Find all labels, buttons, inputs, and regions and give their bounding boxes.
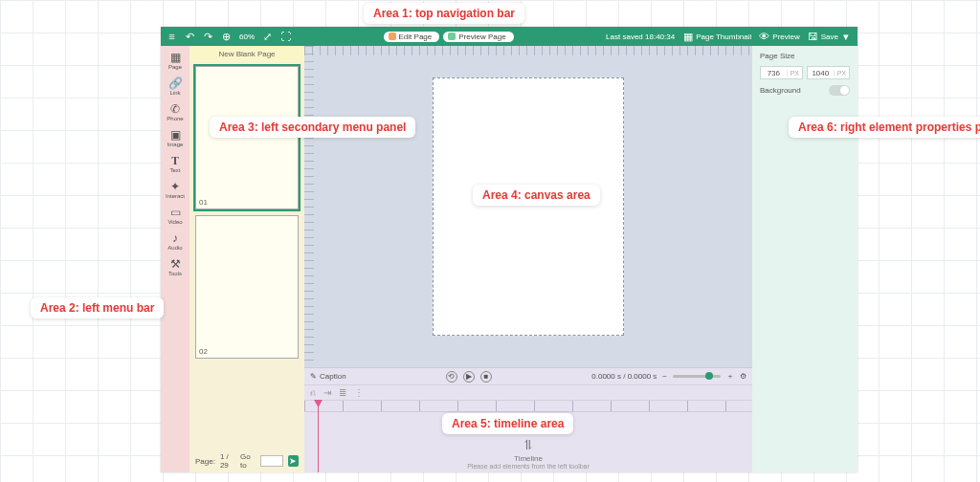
- left-menu-image[interactable]: ▣Image: [161, 127, 189, 149]
- preview-button[interactable]: 👁 Preview: [759, 32, 799, 42]
- left-menu-bar: ▦Page 🔗Link ✆Phone ▣Image 𝐓Text ✦Interac…: [161, 46, 189, 472]
- canvas-page[interactable]: [433, 77, 624, 336]
- left-menu-text[interactable]: 𝐓Text: [161, 153, 189, 175]
- zoom-reset-icon[interactable]: ⊕: [221, 32, 232, 42]
- timeline-empty-state: ⥮ Timeline Please add elements from the …: [467, 437, 590, 470]
- save-button[interactable]: 🖫 Save ▾: [808, 32, 852, 42]
- annotation-area-3: Area 3: left secondary menu panel: [210, 117, 415, 138]
- image-icon: ▣: [170, 129, 181, 141]
- annotation-area-4: Area 4: canvas area: [473, 185, 600, 206]
- page-thumbnail-02[interactable]: 02: [195, 215, 299, 359]
- left-menu-page[interactable]: ▦Page: [161, 50, 189, 72]
- timeline-playhead[interactable]: [318, 401, 319, 472]
- page-counter: 1 / 29: [220, 452, 235, 470]
- timeline-empty-icon: ⥮: [467, 437, 590, 452]
- annotation-area-6: Area 6: right element properties panel: [789, 117, 980, 138]
- fit-icon[interactable]: ⤢: [262, 32, 273, 42]
- timeline-ruler[interactable]: [304, 401, 752, 412]
- right-properties-panel: Page Size 736PX 1040PX Background: [752, 46, 858, 472]
- link-icon: 🔗: [168, 77, 183, 89]
- edit-page-tab[interactable]: Edit Page: [384, 32, 440, 42]
- page-height-field[interactable]: 1040PX: [807, 66, 850, 79]
- time-readout: 0.0000 s / 0.0000 s: [591, 372, 657, 381]
- last-saved-text: Last saved 18:40:34: [606, 33, 675, 41]
- canvas-area[interactable]: [304, 46, 752, 367]
- phone-icon: ✆: [170, 103, 180, 115]
- timeline-settings-icon[interactable]: ⚙: [740, 372, 746, 381]
- text-icon: 𝐓: [171, 155, 179, 166]
- play-button[interactable]: ▶: [463, 371, 475, 383]
- audio-icon: ♪: [172, 232, 178, 244]
- left-menu-link[interactable]: 🔗Link: [161, 76, 189, 98]
- timeline-zoom-slider[interactable]: [673, 375, 721, 378]
- rewind-button[interactable]: ⟲: [446, 371, 457, 383]
- zoom-in-icon[interactable]: ＋: [726, 371, 734, 382]
- redo-icon[interactable]: ↷: [203, 32, 213, 42]
- left-menu-interact[interactable]: ✦Interact: [161, 179, 189, 201]
- tools-icon: ⚒: [170, 258, 181, 270]
- top-nav-bar: ≡ ↶ ↷ ⊕ 60% ⤢ ⛶ Edit Page Preview Page L…: [161, 27, 858, 46]
- app-window: ≡ ↶ ↷ ⊕ 60% ⤢ ⛶ Edit Page Preview Page L…: [161, 27, 858, 472]
- zoom-level[interactable]: 60%: [239, 33, 255, 41]
- goto-label: Go to: [240, 452, 256, 470]
- preview-page-icon: [448, 33, 456, 40]
- edit-page-icon: [389, 33, 396, 40]
- annotation-area-1: Area 1: top navigation bar: [364, 3, 524, 24]
- page-thumbnail-01[interactable]: 01: [195, 66, 299, 209]
- fullscreen-icon[interactable]: ⛶: [280, 32, 291, 42]
- page-footer: Page: 1 / 29 Go to ➤: [189, 449, 304, 472]
- preview-page-tab[interactable]: Preview Page: [443, 32, 513, 42]
- page-label: Page:: [195, 457, 215, 466]
- chevron-down-icon: ▾: [841, 32, 852, 42]
- thumbnail-icon: ▦: [682, 32, 693, 42]
- background-toggle[interactable]: [829, 85, 850, 96]
- page-icon: ▦: [170, 52, 181, 63]
- goto-button[interactable]: ➤: [288, 455, 299, 467]
- interact-icon: ✦: [170, 181, 180, 192]
- zoom-out-icon[interactable]: −: [662, 372, 667, 381]
- tl-tool-1[interactable]: ⎌: [310, 387, 316, 398]
- background-label: Background: [760, 86, 801, 95]
- stop-button[interactable]: ■: [480, 371, 492, 383]
- preview-page-label: Preview Page: [458, 33, 505, 41]
- new-blank-page-header[interactable]: New Blank Page: [189, 46, 304, 62]
- annotation-area-2: Area 2: left menu bar: [31, 297, 164, 318]
- edit-page-label: Edit Page: [399, 33, 433, 41]
- caption-icon: ✎: [310, 372, 317, 381]
- left-secondary-panel: New Blank Page 01 02 Page: 1 / 29 Go to …: [189, 46, 304, 472]
- caption-toggle[interactable]: ✎ Caption: [310, 372, 346, 381]
- video-icon: ▭: [170, 207, 181, 218]
- timeline-track-area[interactable]: ⥮ Timeline Please add elements from the …: [304, 401, 752, 472]
- undo-icon[interactable]: ↶: [185, 32, 195, 42]
- left-menu-audio[interactable]: ♪Audio: [161, 230, 189, 252]
- tl-tool-3[interactable]: ≣: [339, 387, 346, 398]
- page-thumbnail-button[interactable]: ▦ Page Thumbnail: [682, 32, 751, 42]
- save-icon: 🖫: [808, 32, 818, 42]
- tl-tool-4[interactable]: ⋮: [354, 387, 364, 398]
- left-menu-video[interactable]: ▭Video: [161, 205, 189, 227]
- left-menu-tools[interactable]: ⚒Tools: [161, 256, 189, 278]
- page-size-label: Page Size: [760, 52, 850, 60]
- goto-input[interactable]: [260, 455, 283, 467]
- annotation-area-5: Area 5: timeline area: [442, 413, 573, 434]
- tl-tool-2[interactable]: ⇥: [323, 387, 331, 398]
- left-menu-phone[interactable]: ✆Phone: [161, 101, 189, 123]
- menu-icon[interactable]: ≡: [167, 32, 177, 42]
- page-width-field[interactable]: 736PX: [760, 66, 803, 79]
- eye-icon: 👁: [759, 32, 769, 42]
